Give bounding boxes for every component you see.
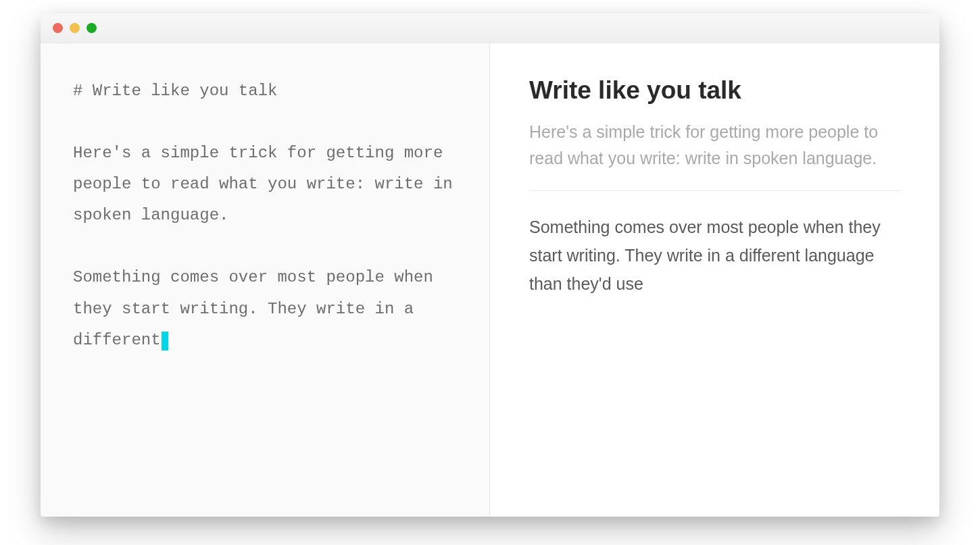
markdown-editor-pane[interactable]: # Write like you talk Here's a simple tr… (41, 43, 490, 517)
preview-pane: Write like you talk Here's a simple tric… (490, 43, 939, 517)
close-icon[interactable] (53, 23, 63, 33)
preview-heading: Write like you talk (529, 76, 900, 105)
divider (529, 190, 900, 191)
maximize-icon[interactable] (87, 23, 97, 33)
preview-body-paragraph: Something comes over most people when th… (529, 213, 900, 298)
editor-content[interactable]: # Write like you talk Here's a simple tr… (73, 82, 462, 349)
app-window: # Write like you talk Here's a simple tr… (41, 14, 939, 517)
markdown-source-text[interactable]: # Write like you talk Here's a simple tr… (73, 76, 457, 356)
titlebar[interactable] (41, 14, 939, 43)
split-view: # Write like you talk Here's a simple tr… (41, 43, 939, 517)
minimize-icon[interactable] (70, 23, 80, 33)
text-cursor-icon (162, 332, 168, 351)
preview-intro-paragraph: Here's a simple trick for getting more p… (529, 119, 900, 172)
